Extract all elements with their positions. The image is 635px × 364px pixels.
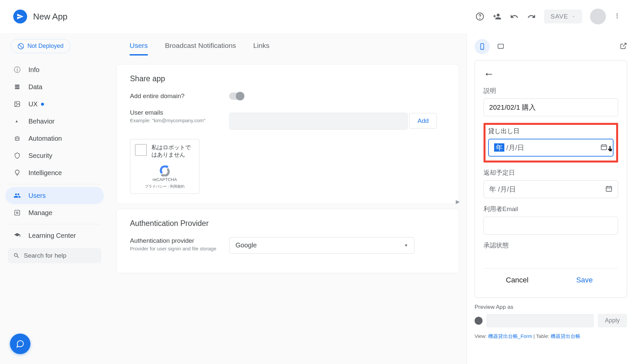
field-label-approval-status: 承認状態: [484, 241, 618, 250]
sidebar-item-label: Data: [28, 83, 42, 91]
user-avatar[interactable]: [590, 9, 606, 24]
field-label-user-email: 利用者Email: [484, 205, 618, 213]
back-icon[interactable]: ←: [484, 68, 494, 80]
more-icon[interactable]: [614, 13, 622, 20]
share-app-title: Share app: [130, 74, 445, 83]
sidebar-item-label: Manage: [28, 209, 52, 217]
redo-icon[interactable]: [527, 12, 536, 21]
user-emails-label: User emails: [130, 109, 229, 116]
domain-toggle[interactable]: [229, 92, 244, 100]
svg-point-10: [18, 138, 19, 139]
ux-icon: [13, 100, 21, 108]
data-icon: [13, 83, 21, 91]
view-table-info: View: 機器貸出台帳_Form | Table: 機器貸出台帳: [475, 333, 627, 340]
sidebar-item-label: UX: [28, 100, 38, 108]
users-icon: [13, 192, 21, 200]
content-tabs: Users Broadcast Notifications Links: [116, 33, 459, 59]
learning-icon: [13, 232, 21, 239]
recaptcha-brand: reCAPTCHA: [152, 177, 177, 182]
chevron-down-icon: ▼: [404, 243, 408, 248]
nav-divider: [8, 224, 101, 224]
svg-rect-15: [498, 44, 504, 49]
chat-fab-button[interactable]: [10, 334, 30, 354]
svg-rect-16: [601, 145, 607, 150]
auth-provider-label: Authentication provider: [130, 237, 229, 244]
info-icon: ⓘ: [13, 66, 21, 74]
bulb-icon: [13, 169, 21, 177]
sidebar-item-ux[interactable]: UX: [5, 95, 104, 113]
sidebar-item-behavior[interactable]: Behavior: [5, 113, 104, 130]
share-app-card: Share app Add entire domain? User emails…: [116, 64, 459, 204]
field-label-return-date: 返却予定日: [484, 168, 618, 177]
behavior-icon: [13, 117, 21, 125]
app-title: New App: [33, 12, 67, 22]
tab-links[interactable]: Links: [253, 37, 270, 55]
field-label-description: 説明: [484, 87, 618, 95]
recaptcha-checkbox[interactable]: [135, 144, 147, 156]
user-email-input[interactable]: [484, 217, 618, 235]
open-external-icon[interactable]: [620, 42, 627, 51]
tab-users[interactable]: Users: [130, 37, 148, 55]
save-button[interactable]: SAVE: [544, 10, 582, 23]
svg-point-12: [17, 212, 18, 214]
sidebar-item-label: Automation: [28, 135, 62, 142]
auth-provider-select[interactable]: Google ▼: [229, 237, 414, 254]
user-emails-input[interactable]: [229, 113, 408, 130]
sidebar-item-label: Intelligence: [28, 169, 62, 177]
calendar-icon[interactable]: [600, 143, 608, 152]
deploy-status-badge[interactable]: Not Deployed: [11, 39, 70, 53]
recaptcha-links: プライバシー - 利用規約: [145, 184, 185, 189]
save-button-label: SAVE: [551, 13, 568, 20]
device-tablet-button[interactable]: [493, 39, 508, 54]
lend-date-input[interactable]: 年 /月/日: [488, 139, 614, 157]
apply-button[interactable]: Apply: [598, 314, 627, 327]
deploy-status-label: Not Deployed: [27, 43, 64, 50]
svg-point-3: [616, 15, 617, 16]
sidebar-item-security[interactable]: Security: [5, 147, 104, 164]
table-link[interactable]: 機器貸出台帳: [551, 333, 580, 339]
svg-point-9: [16, 138, 17, 139]
recaptcha-icon: [159, 164, 171, 176]
not-deployed-icon: [18, 43, 24, 50]
expand-preview-icon[interactable]: ▶: [456, 199, 460, 205]
svg-point-14: [482, 49, 483, 49]
domain-toggle-label: Add entire domain?: [130, 92, 185, 99]
sidebar-item-automation[interactable]: Automation: [5, 130, 104, 147]
description-input[interactable]: 2021/02/1 購入: [484, 98, 618, 116]
svg-rect-11: [15, 210, 20, 215]
device-mobile-button[interactable]: [475, 39, 490, 54]
nav-divider: [8, 184, 101, 184]
calendar-icon[interactable]: [605, 185, 613, 194]
field-label-lend-date: 貸し出し日: [488, 127, 614, 135]
svg-point-2: [616, 14, 617, 15]
add-email-button[interactable]: Add: [409, 113, 437, 129]
app-header: New App SAVE: [0, 0, 635, 33]
chevron-down-icon: [572, 15, 575, 18]
sidebar-item-label: Security: [28, 152, 52, 160]
sidebar-item-learning-center[interactable]: Learning Center: [5, 227, 104, 244]
sidebar-item-info[interactable]: ⓘ Info: [5, 61, 104, 78]
user-emails-example: Example: "kim@mycompany.com": [130, 118, 229, 123]
sidebar-item-manage[interactable]: Manage: [5, 204, 104, 221]
preview-form: ← 説明 2021/02/1 購入 貸し出し日 年 /月/日: [475, 60, 627, 298]
sidebar-item-users[interactable]: Users: [5, 187, 104, 204]
form-save-button[interactable]: Save: [551, 269, 618, 292]
sidebar-item-intelligence[interactable]: Intelligence: [5, 164, 104, 181]
main-content: Users Broadcast Notifications Links Shar…: [109, 33, 466, 364]
sidebar-item-data[interactable]: Data: [5, 78, 104, 95]
auth-provider-card: Authentication Provider Authentication p…: [116, 209, 459, 273]
chat-icon: [16, 340, 24, 348]
return-date-input[interactable]: 年 /月/日: [484, 180, 618, 198]
notification-dot: [41, 103, 44, 106]
help-icon[interactable]: [475, 12, 485, 21]
preview-as-input[interactable]: [487, 314, 594, 327]
tab-broadcast[interactable]: Broadcast Notifications: [165, 37, 236, 55]
search-icon: [13, 252, 20, 259]
add-user-icon[interactable]: [492, 12, 502, 21]
undo-icon[interactable]: [510, 12, 519, 21]
svg-point-7: [16, 103, 17, 104]
view-link[interactable]: 機器貸出台帳_Form: [488, 333, 532, 339]
search-help-input[interactable]: Search for help: [8, 248, 101, 263]
svg-rect-17: [606, 186, 612, 191]
form-cancel-button[interactable]: Cancel: [484, 269, 551, 292]
